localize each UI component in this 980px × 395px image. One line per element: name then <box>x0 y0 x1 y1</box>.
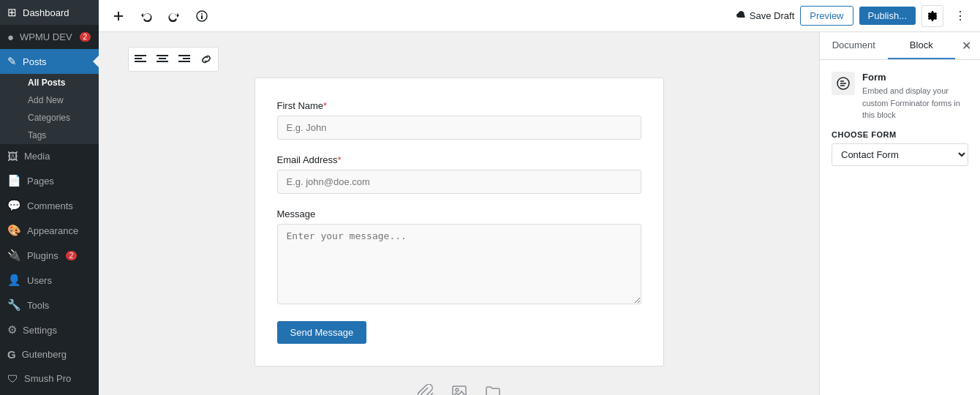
gutenberg-icon: G <box>7 348 16 361</box>
align-right-icon <box>178 54 190 64</box>
sidebar-item-settings[interactable]: ⚙ Settings <box>0 317 99 342</box>
svg-rect-13 <box>183 58 190 59</box>
align-left-button[interactable] <box>130 49 151 69</box>
redo-button[interactable] <box>163 5 185 27</box>
editor: First Name* Email Address* Message <box>99 32 819 395</box>
sidebar-item-smush-pro[interactable]: 🛡 Smush Pro <box>0 366 99 391</box>
sidebar-item-label: Tags <box>28 130 46 140</box>
sidebar-item-label: Dashboard <box>23 7 69 18</box>
svg-point-16 <box>456 388 459 391</box>
svg-rect-9 <box>157 55 168 56</box>
sidebar-item-media[interactable]: 🖼 Media <box>0 144 99 168</box>
svg-rect-5 <box>135 55 146 56</box>
email-required: * <box>338 154 342 165</box>
align-left-icon <box>135 54 146 64</box>
sidebar-item-label: Posts <box>23 56 47 67</box>
tools-icon: 🔧 <box>7 298 21 312</box>
first-name-label: First Name* <box>277 100 641 111</box>
tab-document[interactable]: Document <box>820 32 888 59</box>
form-block: First Name* Email Address* Message <box>255 78 664 366</box>
main-area: Save Draft Preview Publish... ⋮ <box>99 0 980 395</box>
sidebar-item-label: All Posts <box>28 78 65 88</box>
sidebar-item-wpmudev[interactable]: ● WPMU DEV 2 <box>0 25 99 49</box>
sidebar: ⊞ Dashboard ● WPMU DEV 2 ✎ Posts All Pos… <box>0 0 99 395</box>
svg-rect-11 <box>157 61 168 62</box>
link-icon <box>200 53 212 65</box>
tab-block[interactable]: Block <box>888 32 956 59</box>
gear-icon <box>927 10 938 22</box>
redo-icon <box>168 10 180 22</box>
first-name-required: * <box>323 100 327 111</box>
sidebar-item-label: Smush Pro <box>24 373 71 384</box>
message-label: Message <box>277 208 641 219</box>
choose-form-label: Choose form <box>832 130 968 139</box>
publish-label: Publish... <box>868 10 907 21</box>
sidebar-item-tags[interactable]: Tags <box>20 127 99 144</box>
sidebar-item-comments[interactable]: 💬 Comments <box>0 193 99 218</box>
submit-button[interactable]: Send Message <box>277 321 367 344</box>
sidebar-item-dashboard[interactable]: ⊞ Dashboard <box>0 0 99 25</box>
sidebar-item-plugins[interactable]: 🔌 Plugins 2 <box>0 243 99 268</box>
sidebar-item-label: Comments <box>27 200 73 211</box>
sidebar-item-gutenberg[interactable]: G Gutenberg <box>0 342 99 366</box>
publish-button[interactable]: Publish... <box>859 7 916 25</box>
svg-rect-14 <box>178 61 190 62</box>
dashboard-icon: ⊞ <box>7 6 17 19</box>
add-icon <box>113 10 124 22</box>
topbar-right: Save Draft Preview Publish... ⋮ <box>736 5 971 27</box>
sidebar-item-categories[interactable]: Categories <box>20 109 99 127</box>
form-block-icon <box>837 77 850 90</box>
sidebar-item-users[interactable]: 👤 Users <box>0 268 99 293</box>
save-draft-button[interactable]: Save Draft <box>736 10 794 21</box>
more-options-button[interactable]: ⋮ <box>949 5 971 27</box>
form-selector[interactable]: Contact Form Newsletter Survey <box>832 143 968 166</box>
email-group: Email Address* <box>277 154 641 194</box>
preview-button[interactable]: Preview <box>800 6 853 26</box>
posts-submenu: All Posts Add New Categories Tags <box>0 74 99 144</box>
sidebar-item-label: Add New <box>28 95 64 105</box>
sidebar-item-posts[interactable]: ✎ Posts <box>0 49 99 74</box>
sidebar-item-add-new[interactable]: Add New <box>20 91 99 109</box>
settings-toggle-button[interactable] <box>921 5 943 27</box>
undo-button[interactable] <box>135 5 157 27</box>
folder-button[interactable] <box>482 381 504 395</box>
email-input[interactable] <box>277 170 641 194</box>
add-block-button[interactable] <box>108 5 129 27</box>
folder-icon <box>485 384 501 395</box>
sidebar-item-appearance[interactable]: 🎨 Appearance <box>0 218 99 243</box>
svg-rect-12 <box>178 55 190 56</box>
message-group: Message <box>277 208 641 306</box>
message-textarea[interactable] <box>277 224 641 304</box>
sidebar-item-forminator-pro[interactable]: ✎ Forminator Pro <box>0 391 99 395</box>
align-right-button[interactable] <box>174 49 195 69</box>
sidebar-item-tools[interactable]: 🔧 Tools <box>0 293 99 317</box>
sidebar-item-all-posts[interactable]: All Posts <box>20 74 99 91</box>
image-insert-button[interactable] <box>448 381 470 395</box>
image-icon <box>451 384 467 395</box>
sidebar-item-pages[interactable]: 📄 Pages <box>0 168 99 193</box>
posts-icon: ✎ <box>7 55 17 68</box>
block-name: Form <box>862 72 968 83</box>
link-button[interactable] <box>196 49 216 69</box>
align-center-button[interactable] <box>152 49 173 69</box>
plugins-badge: 2 <box>66 251 78 260</box>
appearance-icon: 🎨 <box>7 224 21 237</box>
panel-tabs: Document Block ✕ <box>820 32 980 60</box>
first-name-input[interactable] <box>277 116 641 140</box>
sidebar-item-label: Categories <box>28 113 70 123</box>
panel-close-button[interactable]: ✕ <box>955 35 977 57</box>
comments-icon: 💬 <box>7 199 21 212</box>
preview-label: Preview <box>810 10 843 21</box>
media-icon: 🖼 <box>7 150 18 162</box>
block-text-info: Form Embed and display your custom Formi… <box>862 72 968 121</box>
sidebar-item-label: Settings <box>23 325 57 336</box>
sidebar-item-label: Tools <box>27 300 49 311</box>
info-icon <box>196 10 208 22</box>
right-panel: Document Block ✕ <box>819 32 980 395</box>
wpmudev-icon: ● <box>7 31 14 43</box>
email-label: Email Address* <box>277 154 641 165</box>
first-name-group: First Name* <box>277 100 641 140</box>
info-button[interactable] <box>191 5 213 27</box>
sidebar-item-label: WPMU DEV <box>20 31 72 42</box>
attach-button[interactable] <box>415 381 437 395</box>
